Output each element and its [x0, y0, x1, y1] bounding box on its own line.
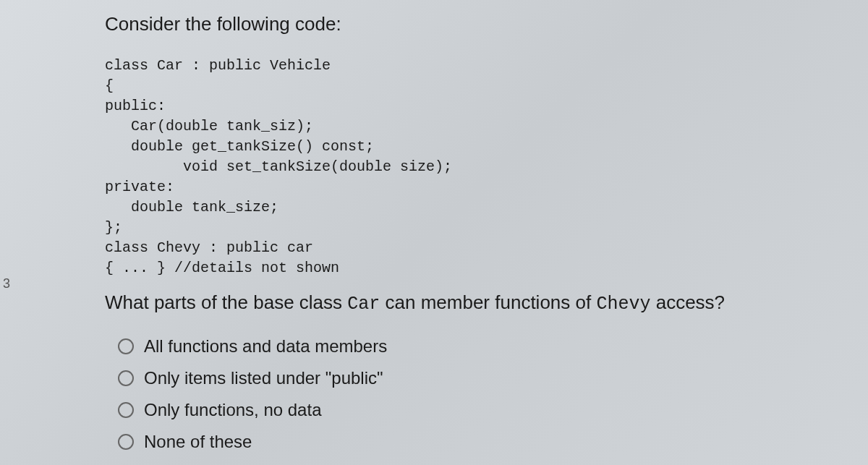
question-class1: Car — [347, 294, 380, 315]
option-1[interactable]: All functions and data members — [118, 336, 839, 357]
question-text: What parts of the base class Car can mem… — [105, 291, 839, 315]
code-block: class Car : public Vehicle { public: Car… — [105, 56, 839, 278]
option-label: None of these — [144, 432, 252, 452]
question-middle: can member functions of — [380, 291, 596, 313]
radio-icon — [118, 370, 134, 386]
left-edge-partial: 3 — [0, 0, 13, 465]
option-label: Only functions, no data — [144, 400, 321, 420]
edge-marker: 3 — [3, 275, 10, 293]
question-content: Consider the following code: class Car :… — [0, 0, 868, 465]
option-2[interactable]: Only items listed under "public" — [118, 368, 839, 388]
option-label: All functions and data members — [144, 336, 387, 357]
question-suffix: access? — [650, 291, 725, 313]
radio-icon — [118, 338, 134, 354]
radio-icon — [118, 434, 134, 450]
option-3[interactable]: Only functions, no data — [118, 400, 839, 420]
option-4[interactable]: None of these — [118, 432, 839, 452]
options-group: All functions and data members Only item… — [105, 336, 839, 452]
radio-icon — [118, 402, 134, 418]
question-class2: Chevy — [596, 294, 650, 315]
intro-text: Consider the following code: — [105, 13, 839, 35]
question-prefix: What parts of the base class — [105, 291, 347, 313]
option-label: Only items listed under "public" — [144, 368, 383, 388]
